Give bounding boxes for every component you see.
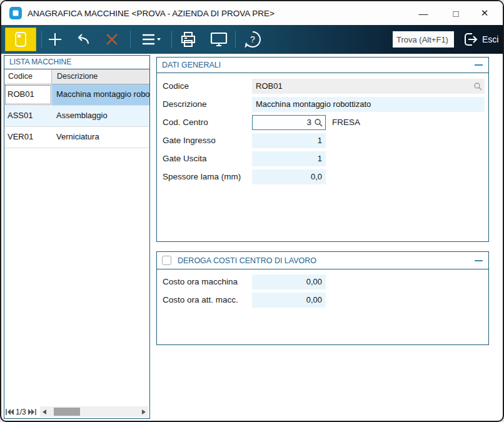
machine-list-panel: LISTA MACCHINE Codice Descrizione ROB01 … bbox=[4, 55, 150, 419]
costo-ora-macchina-field[interactable]: 0,00 bbox=[252, 274, 326, 289]
search-icon[interactable] bbox=[314, 118, 323, 127]
gate-uscita-value: 1 bbox=[318, 154, 322, 163]
page-indicator: 1/3 bbox=[16, 408, 26, 416]
maximize-button[interactable]: □ bbox=[441, 1, 470, 25]
last-page-icon[interactable] bbox=[28, 408, 38, 416]
toolbar-separator bbox=[41, 31, 42, 48]
exit-label: Esci bbox=[482, 34, 498, 44]
save-record-button[interactable] bbox=[5, 28, 36, 51]
deroga-checkbox[interactable] bbox=[162, 256, 171, 265]
costo-ora-att-macc-field[interactable]: 0,00 bbox=[252, 293, 326, 308]
collapse-icon[interactable] bbox=[473, 256, 483, 266]
descrizione-value: Macchina montaggio robottizato bbox=[256, 99, 371, 109]
cell-codice[interactable]: ROB01 bbox=[4, 84, 52, 105]
costo-ora-att-macc-label: Costo ora att. macc. bbox=[163, 295, 238, 304]
gate-uscita-label: Gate Uscita bbox=[163, 154, 207, 163]
menu-button[interactable] bbox=[138, 28, 165, 51]
descrizione-label: Descrizione bbox=[163, 99, 207, 109]
gate-ingresso-field[interactable]: 1 bbox=[252, 133, 326, 148]
exit-button[interactable]: Esci bbox=[463, 29, 498, 50]
codice-label: Codice bbox=[163, 81, 189, 91]
gate-ingresso-label: Gate Ingresso bbox=[163, 136, 216, 145]
gate-uscita-field[interactable]: 1 bbox=[252, 151, 326, 166]
scrollbar-track[interactable] bbox=[49, 406, 139, 417]
cod-centro-field[interactable]: 3 bbox=[252, 115, 326, 130]
cell-descrizione[interactable]: Macchina montaggio robot bbox=[52, 84, 149, 105]
toolbar: ? Esci bbox=[1, 25, 503, 54]
search-icon[interactable] bbox=[473, 82, 482, 91]
panel-title: DATI GENERALI bbox=[162, 61, 221, 69]
column-header-descrizione[interactable]: Descrizione bbox=[52, 69, 149, 84]
list-pagination-bar: 1/3 bbox=[4, 405, 149, 418]
codice-value: ROB01 bbox=[256, 81, 283, 91]
toolbar-separator bbox=[171, 31, 172, 48]
horizontal-scrollbar[interactable] bbox=[40, 406, 148, 417]
table-row[interactable]: VER01 Verniciatura bbox=[4, 127, 149, 148]
cell-descrizione[interactable]: Verniciatura bbox=[52, 127, 149, 148]
print-button[interactable] bbox=[178, 28, 199, 51]
list-title: LISTA MACCHINE bbox=[4, 56, 149, 69]
table-row[interactable]: ROB01 Macchina montaggio robot bbox=[4, 84, 149, 106]
minimize-button[interactable]: — bbox=[409, 1, 438, 25]
app-logo-icon bbox=[9, 6, 23, 20]
find-input[interactable] bbox=[393, 31, 454, 48]
descrizione-field[interactable]: Macchina montaggio robottizato bbox=[252, 97, 485, 112]
plus-icon bbox=[48, 32, 63, 47]
hamburger-menu-icon bbox=[141, 33, 161, 46]
first-page-icon[interactable] bbox=[4, 408, 14, 416]
exit-icon bbox=[463, 31, 479, 48]
cell-descrizione[interactable]: Assemblaggio bbox=[52, 106, 149, 126]
spessore-lama-field[interactable]: 0,0 bbox=[252, 169, 326, 184]
delete-x-icon bbox=[104, 32, 119, 47]
spessore-lama-value: 0,0 bbox=[311, 172, 322, 181]
scrollbar-thumb[interactable] bbox=[54, 408, 80, 416]
list-header: Codice Descrizione bbox=[4, 69, 149, 84]
scroll-right-icon[interactable] bbox=[139, 406, 148, 417]
printer-icon bbox=[180, 31, 196, 48]
record-icon bbox=[13, 31, 29, 48]
costo-ora-macchina-label: Costo ora macchina bbox=[163, 277, 238, 286]
monitor-icon bbox=[210, 31, 228, 48]
toolbar-separator bbox=[235, 31, 236, 48]
collapse-icon[interactable] bbox=[473, 60, 483, 70]
scroll-left-icon[interactable] bbox=[40, 406, 49, 417]
delete-button[interactable] bbox=[101, 28, 123, 51]
cod-centro-value: 3 bbox=[307, 118, 311, 127]
dati-generali-header: DATI GENERALI bbox=[157, 58, 488, 73]
cod-centro-description: FRESA bbox=[332, 118, 360, 127]
cod-centro-label: Cod. Centro bbox=[163, 118, 208, 127]
gate-ingresso-value: 1 bbox=[318, 136, 322, 145]
deroga-costi-header: DEROGA COSTI CENTRO DI LAVORO bbox=[157, 252, 488, 269]
help-button[interactable]: ? bbox=[241, 28, 264, 51]
codice-field[interactable]: ROB01 bbox=[252, 79, 485, 94]
costo-ora-macchina-value: 0,00 bbox=[306, 277, 322, 286]
window-title: ANAGRAFICA MACCHINE <PROVA - AZIENDA DI … bbox=[28, 9, 275, 18]
dati-generali-panel: DATI GENERALI Codice ROB01 Descrizione M… bbox=[156, 57, 489, 242]
deroga-costi-panel: DEROGA COSTI CENTRO DI LAVORO Costo ora … bbox=[156, 251, 489, 345]
cell-codice[interactable]: VER01 bbox=[4, 127, 52, 148]
monitor-button[interactable] bbox=[208, 28, 230, 51]
svg-text:?: ? bbox=[250, 34, 255, 44]
app-window: ANAGRAFICA MACCHINE <PROVA - AZIENDA DI … bbox=[0, 0, 504, 422]
help-icon: ? bbox=[244, 31, 261, 48]
column-header-codice[interactable]: Codice bbox=[4, 69, 52, 84]
title-bar: ANAGRAFICA MACCHINE <PROVA - AZIENDA DI … bbox=[1, 1, 503, 25]
spessore-lama-label: Spessore lama (mm) bbox=[163, 172, 241, 181]
toolbar-separator bbox=[130, 31, 131, 48]
cell-codice[interactable]: ASS01 bbox=[4, 106, 52, 126]
costo-ora-att-macc-value: 0,00 bbox=[306, 295, 322, 304]
undo-button[interactable] bbox=[73, 28, 94, 51]
close-button[interactable]: ✕ bbox=[470, 1, 499, 25]
table-row[interactable]: ASS01 Assemblaggio bbox=[4, 106, 149, 127]
panel-title: DEROGA COSTI CENTRO DI LAVORO bbox=[178, 256, 316, 265]
add-button[interactable] bbox=[45, 28, 65, 51]
undo-icon bbox=[75, 32, 91, 47]
